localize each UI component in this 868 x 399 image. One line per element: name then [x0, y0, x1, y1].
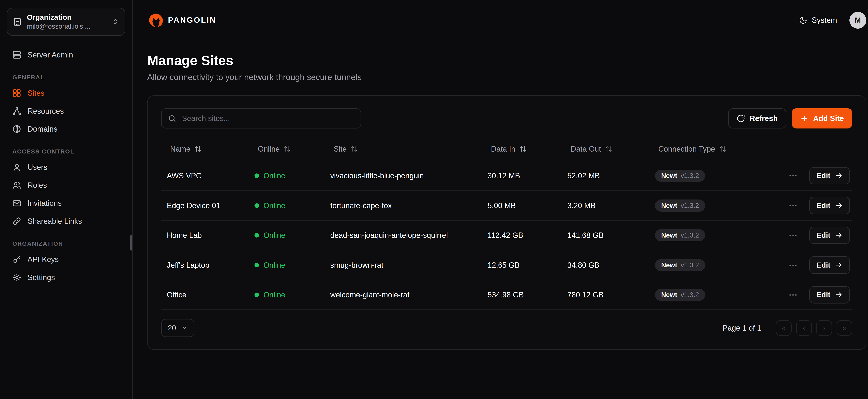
sites-card: Refresh Add Site NameOnlineSiteData InDa… [147, 95, 866, 350]
sidebar-item-label: Server Admin [28, 51, 73, 59]
table-row-aws-vpc: AWS VPC Online vivacious-little-blue-pen… [161, 161, 852, 191]
prev-page-button[interactable]: ‹ [796, 320, 812, 336]
edit-button[interactable]: Edit [809, 167, 850, 184]
connection-type-cell: Newt v1.3.2 [649, 259, 746, 271]
site-name: Jeff's Laptop [161, 261, 249, 270]
first-page-button[interactable]: « [776, 320, 792, 336]
sidebar-item-label: Shareable Links [28, 217, 82, 225]
column-label: Data Out [570, 145, 601, 153]
row-menu-button[interactable]: ⋯ [786, 259, 800, 271]
row-menu-button[interactable]: ⋯ [786, 230, 800, 241]
sort-name-button[interactable]: Name [170, 145, 202, 153]
row-actions: ⋯ Edit [745, 197, 852, 214]
column-label: Data In [491, 145, 516, 153]
org-name: Organization [27, 13, 106, 22]
data-in-value: 112.42 GB [482, 231, 562, 240]
edit-label: Edit [817, 202, 830, 210]
topbar-right: System M [799, 12, 866, 29]
site-slug: vivacious-little-blue-penguin [324, 172, 482, 180]
arrow-right-icon [835, 261, 843, 269]
row-actions: ⋯ Edit [745, 256, 852, 274]
main-area: PANGOLIN System M Manage Sites Allow con… [133, 0, 868, 399]
last-page-button[interactable]: » [837, 320, 852, 336]
table-row-office: Office Online welcome-giant-mole-rat 534… [161, 280, 852, 310]
column-header-site: Site [324, 145, 482, 153]
brand-name: PANGOLIN [168, 16, 216, 25]
org-subtitle: milo@fossorial.io's ... [27, 22, 106, 31]
sort-connection-type-button[interactable]: Connection Type [658, 145, 726, 153]
sort-data-in-button[interactable]: Data In [491, 145, 527, 153]
brand-link[interactable]: PANGOLIN [147, 12, 216, 28]
search-input[interactable] [181, 114, 354, 123]
connection-type-cell: Newt v1.3.2 [649, 289, 746, 301]
gear-icon [12, 273, 21, 282]
page-size-value: 20 [168, 324, 176, 332]
table-header: NameOnlineSiteData InData OutConnection … [161, 137, 852, 161]
chevron-down-icon [181, 325, 188, 331]
sidebar-item-label: Resources [28, 107, 64, 116]
connection-badge: Newt v1.3.2 [655, 200, 705, 212]
app-window: Organization milo@fossorial.io's ... Ser… [0, 0, 868, 399]
scrollbar-thumb[interactable] [130, 235, 132, 251]
row-menu-button[interactable]: ⋯ [786, 289, 800, 301]
data-in-value: 12.65 GB [482, 261, 562, 270]
online-dot-icon [254, 263, 259, 267]
refresh-button[interactable]: Refresh [728, 109, 786, 128]
theme-toggle[interactable]: System [799, 16, 837, 25]
sidebar-item-api-keys[interactable]: API Keys [7, 250, 125, 269]
sidebar-item-roles[interactable]: Roles [7, 176, 125, 194]
sidebar-item-shareable-links[interactable]: Shareable Links [7, 212, 125, 230]
online-status: Online [249, 201, 324, 210]
edit-button[interactable]: Edit [809, 286, 850, 304]
edit-button[interactable]: Edit [809, 197, 850, 214]
edit-label: Edit [817, 231, 830, 240]
column-label: Site [334, 145, 347, 153]
online-dot-icon [254, 293, 259, 297]
edit-label: Edit [817, 172, 830, 180]
online-status: Online [249, 290, 324, 299]
row-menu-button[interactable]: ⋯ [786, 200, 800, 211]
edit-button[interactable]: Edit [809, 256, 850, 274]
org-selector[interactable]: Organization milo@fossorial.io's ... [7, 8, 125, 36]
add-site-button[interactable]: Add Site [792, 109, 852, 128]
sidebar-item-users[interactable]: Users [7, 158, 125, 176]
sidebar-item-resources[interactable]: Resources [7, 102, 125, 120]
next-page-button[interactable]: › [816, 320, 832, 336]
sidebar-item-settings[interactable]: Settings [7, 269, 125, 286]
online-label: Online [264, 201, 285, 210]
connection-name: Newt [661, 232, 677, 239]
avatar[interactable]: M [849, 12, 866, 29]
page-size-select[interactable]: 20 [161, 319, 194, 337]
column-header-connection-type: Connection Type [649, 145, 746, 153]
sidebar-item-domains[interactable]: Domains [7, 120, 125, 138]
connection-type-cell: Newt v1.3.2 [649, 229, 746, 241]
site-slug: welcome-giant-mole-rat [324, 290, 482, 299]
sidebar-item-sites[interactable]: Sites [7, 84, 125, 102]
online-status: Online [249, 231, 324, 240]
online-status: Online [249, 172, 324, 180]
sort-site-button[interactable]: Site [334, 145, 358, 153]
column-header-data-in: Data In [482, 145, 562, 153]
sort-data-out-button[interactable]: Data Out [570, 145, 612, 153]
site-name: Office [161, 290, 249, 299]
sort-arrows-icon [284, 145, 291, 153]
sidebar-item-label: Roles [28, 181, 47, 190]
sidebar-item-server-admin[interactable]: Server Admin [7, 46, 125, 64]
sidebar-item-label: Domains [28, 125, 58, 133]
sidebar: Organization milo@fossorial.io's ... Ser… [0, 0, 133, 399]
table-body: AWS VPC Online vivacious-little-blue-pen… [161, 161, 852, 310]
arrow-right-icon [835, 202, 843, 209]
sort-arrows-icon [719, 145, 726, 153]
sort-online-button[interactable]: Online [258, 145, 291, 153]
pagination: Page 1 of 1 « ‹ › » [722, 320, 852, 336]
row-menu-button[interactable]: ⋯ [786, 170, 800, 181]
connection-badge: Newt v1.3.2 [655, 289, 705, 301]
sidebar-item-invitations[interactable]: Invitations [7, 194, 125, 212]
edit-button[interactable]: Edit [809, 226, 850, 244]
edit-label: Edit [817, 261, 830, 269]
sort-arrows-icon [351, 145, 358, 153]
sort-arrows-icon [519, 145, 527, 153]
pangolin-logo-icon [147, 12, 163, 28]
link-icon [12, 217, 21, 226]
waypoints-icon [12, 106, 21, 116]
